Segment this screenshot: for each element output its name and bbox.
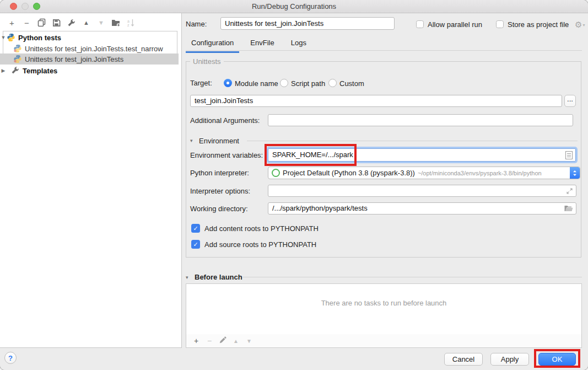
before-launch-title: Before launch [195,273,242,281]
move-up-icon[interactable]: ▲ [79,17,94,28]
before-launch-collapse-icon[interactable]: ▾ [186,275,188,280]
allow-parallel-run-label: Allow parallel run [428,20,482,29]
tree-item-jointests-selected[interactable]: Unittests for test_join.JoinTests [0,53,179,65]
new-folder-icon[interactable] [109,17,123,28]
env-vars-editor-icon[interactable] [565,151,573,162]
interpreter-options-input[interactable] [268,185,576,197]
environment-section-line [247,141,578,141]
unittests-group-title: Unittests [190,57,224,66]
browse-target-button[interactable]: ... [564,95,576,107]
add-task-icon[interactable]: + [190,336,203,345]
radio-module-name-label: Module name [235,79,278,88]
expand-field-icon[interactable] [566,187,573,197]
before-launch-empty-message: There are no tasks to run before launch [186,299,582,307]
working-directory-label: Working directory: [190,205,248,213]
add-source-roots-checkbox[interactable]: ✓ [191,240,200,249]
ok-button[interactable]: OK [538,353,576,366]
window-title: Run/Debug Configurations [0,0,588,13]
templates-icon [11,66,20,75]
python-interpreter-label: Python interpreter: [190,169,249,177]
target-label: Target: [190,79,212,87]
target-input[interactable]: test_join.JoinTests [190,95,562,107]
edit-templates-icon[interactable] [64,17,79,28]
before-launch-section-line [242,277,582,277]
save-configuration-icon[interactable] [49,17,64,28]
tree-item-templates[interactable]: ▶ Templates [0,65,179,76]
tree-item-label: Unittests for test_join.JoinTests [25,55,123,63]
tabs-separator [186,50,582,51]
radio-custom[interactable] [328,79,337,87]
working-directory-value: /.../spark/python/pyspark/tests [272,204,368,212]
add-content-roots-checkbox[interactable]: ✓ [191,224,200,233]
add-content-roots-label: Add content roots to PYTHONPATH [204,224,319,233]
before-launch-toolbar: + − ▲ ▼ [186,334,582,348]
interpreter-stepper-icon[interactable] [570,167,580,179]
add-source-roots-label: Add source roots to PYTHONPATH [204,240,316,249]
sidebar-toolbar: + − ▲ ▼ az [4,17,138,29]
environment-variables-label: Environment variables: [190,151,263,159]
cancel-button[interactable]: Cancel [444,353,483,366]
python-interpreter-value: Project Default (Python 3.8 (pyspark-3.8… [283,169,415,177]
store-as-project-file-checkbox[interactable] [496,20,504,28]
radio-script-path-label: Script path [291,79,325,88]
help-button[interactable]: ? [4,352,17,364]
environment-section-title: Environment [199,137,239,145]
apply-button[interactable]: Apply [490,353,529,366]
copy-configuration-icon[interactable] [34,17,49,28]
edit-task-icon [216,336,229,345]
name-value: Unittests for test_join.JoinTests [225,19,323,28]
tree-item-test-narrow[interactable]: Unittests for test_join.JoinTests.test_n… [0,43,179,54]
python-tests-icon [7,33,15,42]
sort-configurations-icon: az [123,17,138,28]
python-interpreter-select[interactable]: Project Default (Python 3.8 (pyspark-3.8… [268,167,580,179]
additional-arguments-input[interactable] [268,114,573,126]
working-directory-input[interactable]: /.../spark/python/pyspark/tests [268,202,576,215]
tree-item-label: Templates [23,67,57,75]
task-move-down-icon: ▼ [242,338,256,344]
remove-configuration-icon[interactable]: − [19,17,34,28]
environment-variables-input[interactable]: SPARK_HOME=/.../spark [268,148,576,162]
store-as-project-file-label: Store as project file [508,20,569,29]
radio-module-name[interactable] [224,79,232,87]
tree-item-label: Python tests [18,34,61,42]
target-value: test_join.JoinTests [195,96,253,105]
add-configuration-icon[interactable]: + [4,17,19,28]
configurations-sidebar: + − ▲ ▼ az ▼ Pyt [0,13,182,348]
store-options-gear-icon[interactable]: ⚙▾ [575,20,585,30]
gear-dropdown-arrow-icon: ▾ [582,23,585,28]
python-test-icon [13,44,22,53]
allow-parallel-run-checkbox[interactable] [416,20,424,28]
run-debug-configurations-dialog: Run/Debug Configurations + − ▲ ▼ az [0,0,588,370]
environment-variables-value: SPARK_HOME=/.../spark [272,151,353,159]
move-down-icon: ▼ [94,17,109,28]
before-launch-task-list[interactable] [186,283,582,335]
additional-arguments-label: Additional Arguments: [190,116,260,125]
svg-text:a: a [127,19,130,23]
environment-collapse-icon[interactable]: ▾ [190,138,193,143]
remove-task-icon: − [203,336,216,345]
python-test-icon [13,55,22,63]
title-bar[interactable]: Run/Debug Configurations [0,0,588,13]
tree-expanded-icon[interactable]: ▼ [0,35,7,40]
radio-script-path[interactable] [280,79,288,87]
tree-item-label: Unittests for test_join.JoinTests.test_n… [25,45,163,53]
conda-env-icon [272,169,280,177]
browse-folder-icon[interactable] [564,205,573,215]
name-label: Name: [186,20,207,28]
radio-custom-label: Custom [339,79,364,88]
interpreter-options-label: Interpreter options: [190,187,250,195]
task-move-up-icon: ▲ [229,338,242,344]
svg-text:z: z [127,23,130,27]
tree-collapsed-icon[interactable]: ▶ [0,68,7,73]
python-interpreter-path: ~/opt/miniconda3/envs/pyspark-3.8/bin/py… [418,170,580,176]
name-input[interactable]: Unittests for test_join.JoinTests [220,17,395,30]
tree-item-python-tests[interactable]: ▼ Python tests [0,32,179,43]
